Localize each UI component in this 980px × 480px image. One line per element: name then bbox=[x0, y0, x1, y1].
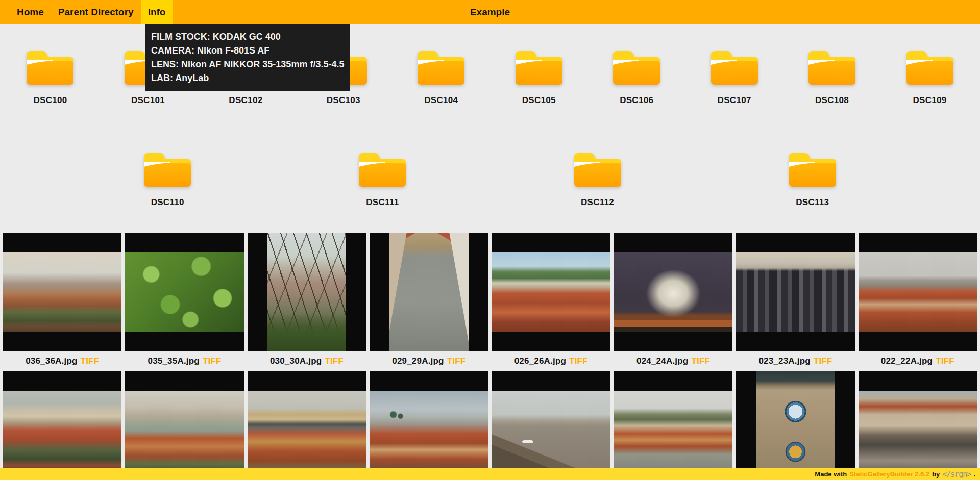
footer-bar: Made with StaticGalleryBuilder 2.6.2 by … bbox=[0, 468, 980, 480]
nav-link-info[interactable]: Info bbox=[141, 0, 173, 24]
tiff-link[interactable]: TIFF bbox=[325, 356, 344, 366]
image-filename: 023_23A.jpg bbox=[758, 356, 810, 366]
image-filename: 024_24A.jpg bbox=[636, 356, 688, 366]
photo bbox=[3, 252, 121, 332]
image-cell bbox=[492, 371, 610, 480]
folder-label: DSC110 bbox=[151, 197, 184, 208]
image-grid: 036_36A.jpgTIFF035_35A.jpgTIFF030_30A.jp… bbox=[0, 233, 980, 480]
image-cell bbox=[736, 371, 854, 480]
folder-icon bbox=[573, 150, 623, 189]
folder-item[interactable]: DSC106 bbox=[589, 48, 684, 106]
image-label: 023_23A.jpgTIFF bbox=[736, 351, 854, 371]
folder-item[interactable]: DSC113 bbox=[765, 150, 860, 208]
image-label: 022_22A.jpgTIFF bbox=[859, 351, 977, 371]
thumbnail[interactable] bbox=[492, 371, 610, 480]
folder-item[interactable]: DSC110 bbox=[120, 150, 215, 208]
folder-icon bbox=[25, 48, 75, 87]
thumbnail[interactable] bbox=[248, 233, 366, 351]
thumbnail[interactable] bbox=[248, 371, 366, 480]
folder-item[interactable]: DSC105 bbox=[492, 48, 586, 106]
image-label: 026_26A.jpgTIFF bbox=[492, 351, 610, 371]
photo bbox=[389, 233, 469, 351]
folder-item[interactable]: DSC112 bbox=[550, 150, 645, 208]
image-label: 035_35A.jpgTIFF bbox=[125, 351, 243, 371]
image-label: 024_24A.jpgTIFF bbox=[614, 351, 732, 371]
photo bbox=[614, 391, 732, 470]
folder-item[interactable]: DSC100 bbox=[3, 48, 97, 106]
folder-label: DSC105 bbox=[522, 95, 556, 106]
tooltip-line-camera: CAMERA: Nikon F-801S AF bbox=[151, 44, 344, 58]
image-cell: 036_36A.jpgTIFF bbox=[3, 233, 121, 371]
folder-item[interactable]: DSC107 bbox=[687, 48, 782, 106]
thumbnail[interactable] bbox=[492, 233, 610, 351]
thumbnail[interactable] bbox=[370, 233, 488, 351]
thumbnail[interactable] bbox=[370, 371, 488, 480]
thumbnail[interactable] bbox=[125, 233, 243, 351]
thumbnail[interactable] bbox=[3, 233, 121, 351]
tooltip-line-lab: LAB: AnyLab bbox=[151, 71, 344, 85]
folder-icon bbox=[709, 48, 760, 87]
photo bbox=[859, 391, 977, 470]
thumbnail[interactable] bbox=[614, 371, 732, 480]
image-filename: 036_36A.jpg bbox=[26, 356, 77, 366]
folder-label: DSC112 bbox=[581, 197, 614, 208]
tiff-link[interactable]: TIFF bbox=[81, 356, 100, 366]
image-cell bbox=[125, 371, 243, 480]
image-cell: 035_35A.jpgTIFF bbox=[125, 233, 243, 371]
folder-item[interactable]: DSC108 bbox=[785, 48, 879, 106]
tiff-link[interactable]: TIFF bbox=[691, 356, 710, 366]
thumbnail[interactable] bbox=[3, 371, 121, 480]
image-filename: 022_22A.jpg bbox=[881, 356, 933, 366]
srgn-logo[interactable]: </srgn> bbox=[942, 470, 971, 479]
photo bbox=[267, 233, 346, 351]
thumbnail[interactable] bbox=[859, 233, 977, 351]
thumbnail[interactable] bbox=[736, 233, 854, 351]
nav-link-home[interactable]: Home bbox=[10, 0, 51, 24]
photo bbox=[492, 252, 610, 332]
image-cell bbox=[614, 371, 732, 480]
tiff-link[interactable]: TIFF bbox=[814, 356, 832, 366]
thumbnail[interactable] bbox=[125, 371, 243, 480]
folder-label: DSC111 bbox=[366, 197, 399, 208]
image-label: 036_36A.jpgTIFF bbox=[3, 351, 121, 371]
folder-label: DSC109 bbox=[913, 95, 947, 106]
tooltip-line-film-stock: FILM STOCK: KODAK GC 400 bbox=[151, 30, 344, 44]
folder-icon bbox=[807, 48, 857, 87]
tiff-link[interactable]: TIFF bbox=[569, 356, 588, 366]
folder-label: DSC101 bbox=[131, 95, 165, 106]
photo bbox=[125, 391, 243, 470]
photo bbox=[614, 252, 732, 332]
image-cell bbox=[248, 371, 366, 480]
nav-link-parent-directory[interactable]: Parent Directory bbox=[51, 0, 141, 24]
thumbnail[interactable] bbox=[859, 371, 977, 480]
info-tooltip: FILM STOCK: KODAK GC 400 CAMERA: Nikon F… bbox=[145, 24, 350, 91]
image-filename: 026_26A.jpg bbox=[514, 356, 566, 366]
tiff-link[interactable]: TIFF bbox=[936, 356, 954, 366]
image-cell bbox=[3, 371, 121, 480]
folder-item[interactable]: DSC111 bbox=[335, 150, 430, 208]
image-label: 030_30A.jpgTIFF bbox=[248, 351, 366, 371]
image-cell: 029_29A.jpgTIFF bbox=[370, 233, 488, 371]
tiff-link[interactable]: TIFF bbox=[203, 356, 222, 366]
image-cell: 022_22A.jpgTIFF bbox=[859, 233, 977, 371]
footer-builder-link[interactable]: StaticGalleryBuilder 2.6.2 bbox=[849, 470, 929, 478]
folder-label: DSC108 bbox=[815, 95, 849, 106]
folder-label: DSC103 bbox=[327, 95, 360, 106]
photo bbox=[756, 371, 835, 480]
image-label: 029_29A.jpgTIFF bbox=[370, 351, 488, 371]
photo bbox=[370, 391, 488, 470]
image-cell: 024_24A.jpgTIFF bbox=[614, 233, 732, 371]
footer-period: . bbox=[973, 470, 975, 478]
photo bbox=[736, 252, 854, 332]
folder-label: DSC104 bbox=[424, 95, 458, 106]
thumbnail[interactable] bbox=[614, 233, 732, 351]
folder-label: DSC113 bbox=[796, 197, 829, 208]
folder-item[interactable]: DSC104 bbox=[394, 48, 488, 106]
tiff-link[interactable]: TIFF bbox=[447, 356, 466, 366]
photo bbox=[859, 252, 977, 332]
folder-item[interactable]: DSC109 bbox=[883, 48, 977, 106]
thumbnail[interactable] bbox=[736, 371, 854, 480]
image-cell bbox=[370, 371, 488, 480]
folder-icon bbox=[416, 48, 466, 87]
photo bbox=[248, 391, 366, 470]
